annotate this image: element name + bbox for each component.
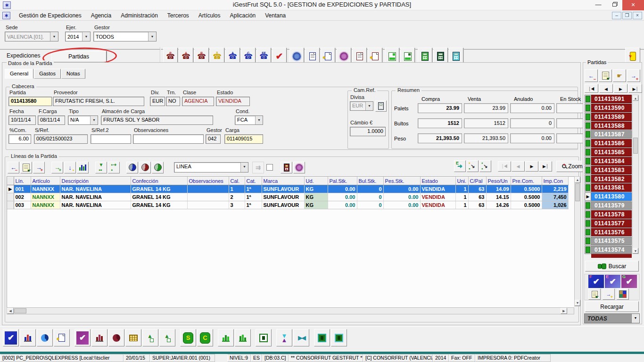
recargar-button[interactable]: Recargar	[585, 301, 639, 312]
tree-up-alt-button[interactable]	[159, 329, 175, 346]
check-e-button[interactable]: E✔	[605, 275, 620, 288]
cell-impcon[interactable]: 1,026	[542, 201, 568, 209]
cell-uni[interactable]: 1	[455, 185, 468, 193]
add-arrow-button[interactable]: →+	[603, 288, 615, 300]
trn-field[interactable]: NO	[166, 97, 180, 106]
divisa-field[interactable]: EUR	[150, 97, 165, 106]
green-frame-alt-button[interactable]	[331, 329, 347, 346]
cell-articulo[interactable]: NANNXX	[31, 193, 60, 201]
check-f-button[interactable]: F✔	[588, 275, 604, 288]
cell-ud[interactable]: KG	[304, 193, 328, 201]
merge-line-button[interactable]: ▪➜▪	[108, 162, 120, 173]
expedicion-export-button[interactable]: ➧	[54, 329, 70, 346]
cell-cal[interactable]: 1	[229, 185, 245, 193]
col-descripcion[interactable]: Descripción	[60, 177, 131, 185]
menu-administracion[interactable]: Administración	[116, 11, 163, 20]
minimize-button[interactable]: —	[590, 0, 606, 10]
partida-list-item[interactable]: 011413578	[585, 210, 632, 219]
menu-articulos[interactable]: Artículos	[194, 11, 225, 20]
partida-list-item[interactable]: 011413586	[585, 139, 632, 148]
partida-list-item-selected[interactable]: 011413580	[585, 192, 632, 201]
cell-ud[interactable]: KG	[304, 201, 328, 209]
partida-table-button[interactable]	[125, 329, 141, 346]
partida-field[interactable]: 011413580	[8, 97, 52, 106]
col-confeccion[interactable]: Confección	[131, 177, 187, 185]
add-line-button[interactable]: →+	[51, 162, 63, 173]
scroll-thumb[interactable]	[14, 308, 26, 313]
partida-chart-button[interactable]	[91, 329, 107, 346]
frame-button[interactable]	[256, 329, 272, 346]
edit-partida-button[interactable]	[599, 69, 612, 82]
cell-pesstk[interactable]: 0.00	[383, 193, 420, 201]
pie-green-button[interactable]	[152, 162, 164, 173]
cell-precom[interactable]: 0.5000	[511, 185, 542, 193]
col-observaciones[interactable]: Observaciones	[187, 177, 229, 185]
cell-palstk[interactable]: 0.00	[328, 185, 357, 193]
scroll-down-icon[interactable]: ▼	[633, 248, 638, 254]
split-line-button[interactable]: ▼▪▪	[95, 162, 107, 173]
cell-impcon[interactable]: 2,219	[542, 185, 568, 193]
grid-hscrollbar[interactable]: ◀ ▶	[7, 307, 574, 314]
cell-lin[interactable]: 002	[14, 193, 31, 201]
cell-confeccion[interactable]: GRANEL 14 KG	[131, 185, 187, 193]
col-cal[interactable]: Cal.	[229, 177, 245, 185]
partida-list-item[interactable]: 011413583	[585, 166, 632, 174]
subtab-gastos[interactable]: Gastos	[34, 69, 61, 79]
scroll-left-icon[interactable]: ◀	[7, 308, 14, 314]
ejercicio-select[interactable]: 2014▼	[65, 32, 91, 41]
cell-uni[interactable]: 1	[455, 193, 468, 201]
com-field[interactable]: 6.00	[8, 134, 31, 144]
proveedor-field[interactable]: FRUTASTIC FRESH, S.L.	[53, 97, 144, 106]
move-line-button[interactable]: ↓▪	[64, 162, 76, 173]
scroll-down-icon[interactable]: ▼	[575, 300, 580, 306]
partida-list-item[interactable]: 011413585	[585, 148, 632, 156]
grid-row[interactable]: 002 NANNXX NAR. NAVELINA GRANEL 14 KG 2 …	[7, 193, 568, 201]
scroll-thumb[interactable]	[633, 138, 638, 154]
fecha-field[interactable]: 10/11/14	[8, 115, 36, 125]
collapse-button[interactable]: ▶◀	[293, 329, 309, 346]
cell-precom[interactable]: 0.5000	[511, 201, 542, 209]
delete-line-button[interactable]: ←−	[8, 162, 19, 173]
cell-pesoun[interactable]: 14.15	[486, 193, 511, 201]
cell-observaciones[interactable]	[187, 193, 229, 201]
partida-list-item[interactable]: 011413579	[585, 201, 632, 210]
col-marca[interactable]: Marca	[262, 177, 304, 185]
next-partida-button[interactable]: ▶	[614, 84, 627, 93]
menu-ventana[interactable]: Ventana	[260, 11, 290, 20]
tree-up-button[interactable]	[142, 329, 158, 346]
edit-pad-button[interactable]	[588, 288, 601, 300]
cell-confeccion[interactable]: GRANEL 14 KG	[131, 201, 187, 209]
carga-field[interactable]: 011409015	[224, 134, 263, 144]
cell-estado[interactable]: VENDIDA	[420, 193, 455, 201]
copy-down-button[interactable]: ↘▪▪	[467, 160, 479, 172]
cell-palstk[interactable]: 0.00	[328, 201, 357, 209]
currency-calc-button[interactable]	[375, 100, 387, 112]
prev-partida-button[interactable]: ◀	[599, 84, 613, 93]
select-partida-button[interactable]: ☛	[613, 69, 626, 82]
partida-list-item[interactable]: 011413574	[585, 246, 632, 254]
subtab-notas[interactable]: Notas	[61, 69, 85, 79]
edit-line-button[interactable]	[20, 162, 32, 173]
cond-select[interactable]: FCA▼	[235, 115, 263, 125]
cell-impcon[interactable]: 7,450	[542, 193, 568, 201]
remove-partida-button[interactable]: ←−	[585, 69, 598, 82]
scroll-right-icon[interactable]: ▶	[561, 308, 567, 314]
menu-gestion-expediciones[interactable]: Gestión de Expediciones	[14, 11, 86, 20]
col-cat[interactable]: Cat.	[245, 177, 262, 185]
col-pesstk[interactable]: Pes.Stk.	[383, 177, 420, 185]
fcarga-field[interactable]: 08/11/14	[38, 115, 65, 125]
salidas-button[interactable]: S	[180, 329, 196, 346]
first-record-button[interactable]: ⏐◀	[498, 161, 511, 172]
add-partida-button[interactable]: →+	[627, 69, 640, 82]
grid-row-selected[interactable]: ▶ 001 NANNXX NAR. NAVELINA GRANEL 14 KG …	[7, 185, 568, 193]
sede-select[interactable]: VALENCIA.[01].▼	[5, 32, 58, 41]
cell-articulo[interactable]: NANNXX	[31, 185, 60, 193]
chart-lines-button[interactable]	[77, 162, 89, 173]
col-articulo[interactable]: Artículo	[31, 177, 60, 185]
last-record-button[interactable]: ▶⏐	[539, 161, 552, 172]
restore-button[interactable]	[606, 0, 622, 10]
partida-list-item[interactable]: 011413589	[585, 113, 632, 121]
pie-blue-button[interactable]	[126, 162, 138, 173]
observaciones-field[interactable]	[133, 134, 204, 144]
col-cpal[interactable]: C/Pal	[468, 177, 486, 185]
